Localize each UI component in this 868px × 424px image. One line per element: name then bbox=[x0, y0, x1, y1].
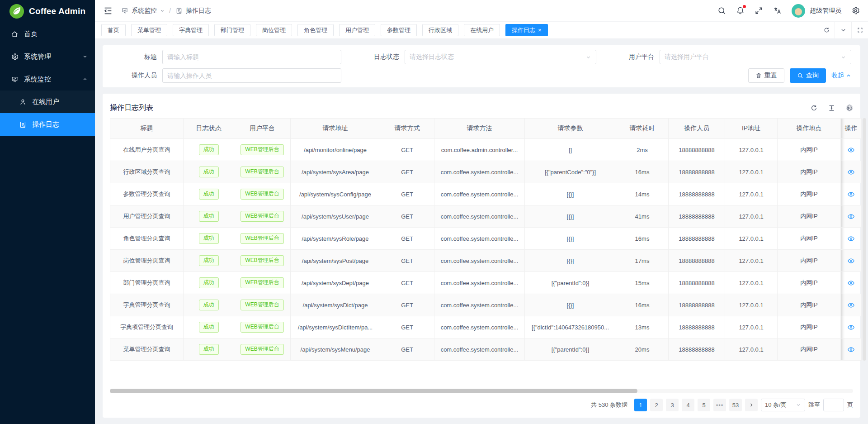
page-button[interactable]: 1 bbox=[634, 399, 647, 411]
tab-item[interactable]: 行政区域 bbox=[422, 24, 458, 36]
settings-gear-icon[interactable] bbox=[851, 6, 860, 15]
page-size-select[interactable]: 10 条/页 bbox=[761, 399, 805, 411]
cell-operator: 18888888888 bbox=[669, 250, 725, 272]
notification-bell[interactable] bbox=[736, 6, 745, 15]
page-button[interactable]: 3 bbox=[666, 399, 679, 411]
log-status-select[interactable]: 请选择日志状态 bbox=[405, 50, 596, 64]
breadcrumb-item-current: 操作日志 bbox=[186, 7, 211, 15]
maximize-content-icon[interactable] bbox=[851, 22, 868, 39]
user-platform-select[interactable]: 请选择用户平台 bbox=[660, 50, 851, 64]
status-badge: 成功 bbox=[199, 277, 219, 288]
cell-method: GET bbox=[380, 139, 434, 161]
sidebar-item-home[interactable]: 首页 bbox=[0, 23, 95, 45]
cell-platform: WEB管理后台 bbox=[234, 161, 291, 183]
reset-button[interactable]: 重置 bbox=[748, 68, 784, 83]
cell-action bbox=[841, 338, 862, 361]
jump-suffix: 页 bbox=[847, 401, 853, 409]
tab-label: 部门管理 bbox=[221, 26, 244, 34]
cell-url: /api/system/sysDept/page bbox=[291, 272, 380, 294]
tab-item[interactable]: 字典管理 bbox=[173, 24, 209, 36]
jump-page-input[interactable] bbox=[823, 399, 844, 411]
page-ellipsis[interactable]: ••• bbox=[713, 399, 726, 411]
filter-operator-label: 操作人员 bbox=[112, 71, 157, 80]
filter-title-group: 标题 bbox=[112, 50, 341, 64]
next-page-button[interactable] bbox=[745, 399, 758, 411]
sidebar-item-online-users[interactable]: 在线用户 bbox=[0, 91, 95, 113]
status-badge: 成功 bbox=[199, 189, 219, 200]
view-detail-eye-icon[interactable] bbox=[847, 191, 855, 198]
tab-item[interactable]: 部门管理 bbox=[214, 24, 250, 36]
header-actions: 超级管理员 bbox=[717, 4, 860, 18]
tab-bar: 首页菜单管理字典管理部门管理岗位管理角色管理用户管理参数管理行政区域在线用户操作… bbox=[95, 22, 868, 39]
tab-actions-chevron-icon[interactable] bbox=[835, 22, 851, 39]
cell-platform: WEB管理后台 bbox=[234, 183, 291, 205]
tab-item[interactable]: 操作日志× bbox=[505, 24, 548, 36]
breadcrumb-item[interactable]: 系统监控 bbox=[132, 7, 157, 15]
tab-item[interactable]: 用户管理 bbox=[339, 24, 375, 36]
page-button[interactable]: 4 bbox=[682, 399, 694, 411]
menu-fold-icon[interactable] bbox=[103, 6, 113, 16]
view-detail-eye-icon[interactable] bbox=[847, 213, 855, 220]
refresh-icon[interactable] bbox=[810, 104, 818, 112]
column-settings-gear-icon[interactable] bbox=[845, 104, 853, 112]
operation-log-table: 标题日志状态用户平台请求地址请求方式请求方法请求参数请求耗时操作人员IP地址操作… bbox=[110, 118, 862, 361]
log-status-placeholder: 请选择日志状态 bbox=[410, 53, 454, 61]
view-detail-eye-icon[interactable] bbox=[847, 346, 855, 353]
user-avatar[interactable] bbox=[792, 4, 805, 18]
column-header: 用户平台 bbox=[234, 119, 291, 139]
operator-input[interactable] bbox=[162, 68, 341, 83]
user-name[interactable]: 超级管理员 bbox=[810, 7, 841, 15]
view-detail-eye-icon[interactable] bbox=[847, 257, 855, 265]
cell-handler: com.coffee.system.controlle... bbox=[434, 228, 525, 250]
collapse-filters-link[interactable]: 收起 bbox=[831, 71, 851, 80]
search-icon bbox=[797, 72, 803, 79]
cell-ip: 127.0.0.1 bbox=[725, 272, 778, 294]
translate-icon[interactable] bbox=[773, 6, 782, 15]
sidebar-item-operation-log[interactable]: 操作日志 bbox=[0, 113, 95, 136]
sidebar-item-system-management[interactable]: 系统管理 bbox=[0, 45, 95, 68]
tab-item[interactable]: 在线用户 bbox=[464, 24, 500, 36]
view-detail-eye-icon[interactable] bbox=[847, 235, 855, 243]
tab-item[interactable]: 角色管理 bbox=[297, 24, 334, 36]
page-button[interactable]: 5 bbox=[698, 399, 710, 411]
title-input[interactable] bbox=[162, 50, 341, 64]
breadcrumb-separator: / bbox=[168, 7, 172, 14]
view-detail-eye-icon[interactable] bbox=[847, 324, 855, 331]
horizontal-scrollbar-thumb[interactable] bbox=[110, 389, 637, 393]
vertical-scrollbar[interactable] bbox=[863, 118, 866, 361]
fullscreen-icon[interactable] bbox=[755, 6, 763, 15]
cell-url: /api/system/sysArea/page bbox=[291, 161, 380, 183]
cell-params: [{}] bbox=[525, 205, 616, 228]
view-detail-eye-icon[interactable] bbox=[847, 301, 855, 309]
table-row: 字典项管理分页查询成功WEB管理后台/api/system/sysDictIte… bbox=[110, 316, 862, 338]
cell-location: 内网IP bbox=[778, 183, 841, 205]
view-detail-eye-icon[interactable] bbox=[847, 146, 855, 154]
cell-method: GET bbox=[380, 338, 434, 361]
refresh-tab-icon[interactable] bbox=[818, 22, 835, 39]
tab-item[interactable]: 菜单管理 bbox=[131, 24, 167, 36]
cell-action bbox=[841, 228, 862, 250]
cell-method: GET bbox=[380, 250, 434, 272]
search-icon[interactable] bbox=[717, 6, 726, 15]
platform-badge: WEB管理后台 bbox=[241, 211, 283, 222]
cell-status: 成功 bbox=[184, 205, 234, 228]
chevron-down-icon bbox=[585, 54, 591, 60]
view-detail-eye-icon[interactable] bbox=[847, 168, 855, 176]
page-button[interactable]: 53 bbox=[729, 399, 742, 411]
view-detail-eye-icon[interactable] bbox=[847, 279, 855, 287]
monitor-icon bbox=[11, 76, 19, 83]
tab-item[interactable]: 岗位管理 bbox=[256, 24, 292, 36]
cell-status: 成功 bbox=[184, 161, 234, 183]
log-icon bbox=[19, 121, 27, 129]
cell-url: /api/system/sysConfig/page bbox=[291, 183, 380, 205]
sidebar-item-system-monitor[interactable]: 系统监控 bbox=[0, 68, 95, 91]
cell-location: 内网IP bbox=[778, 272, 841, 294]
row-density-icon[interactable] bbox=[828, 104, 835, 112]
tab-item[interactable]: 首页 bbox=[101, 24, 126, 36]
search-button[interactable]: 查询 bbox=[790, 68, 826, 83]
horizontal-scrollbar-track[interactable] bbox=[110, 389, 853, 393]
tab-close-icon[interactable]: × bbox=[538, 27, 542, 33]
tab-list: 首页菜单管理字典管理部门管理岗位管理角色管理用户管理参数管理行政区域在线用户操作… bbox=[101, 24, 818, 36]
tab-item[interactable]: 参数管理 bbox=[381, 24, 417, 36]
page-button[interactable]: 2 bbox=[650, 399, 663, 411]
